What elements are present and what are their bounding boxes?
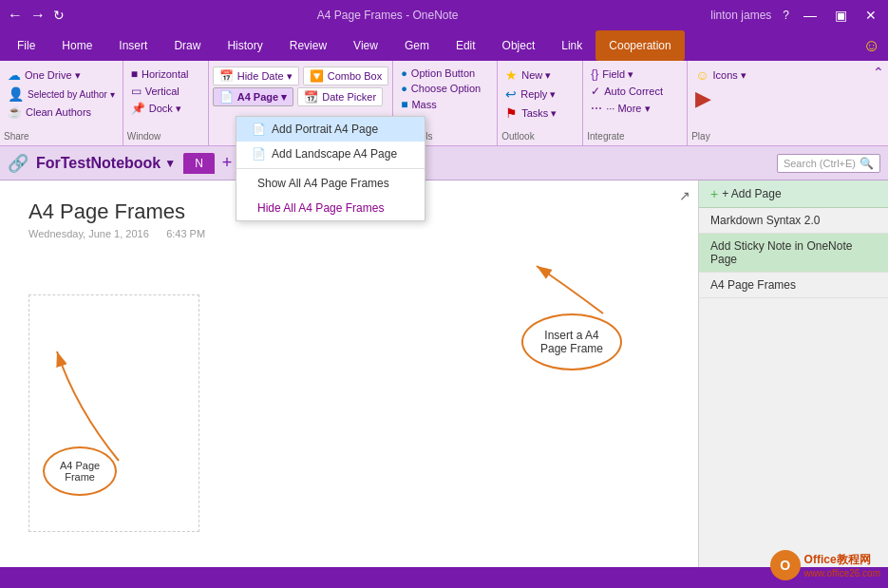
ribbon-window-group: ■ Horizontal ▭ Vertical 📌 Dock ▾ Window xyxy=(123,61,209,145)
hide-date-button[interactable]: 📅 Hide Date ▾ xyxy=(213,66,299,85)
insert-a4-callout: Insert a A4 Page Frame xyxy=(521,313,622,370)
menu-gem[interactable]: Gem xyxy=(391,30,443,61)
menu-object[interactable]: Object xyxy=(489,30,549,61)
calendar-icon: 📅 xyxy=(219,69,234,83)
menu-draw[interactable]: Draw xyxy=(161,30,214,61)
notebook-title[interactable]: ForTestNotebook ▼ xyxy=(36,155,176,172)
show-all-a4-frames-item[interactable]: Show All A4 Page Frames xyxy=(236,171,425,196)
icons-icon: ☺ xyxy=(695,67,709,83)
menubar: File Home Insert Draw History Review Vie… xyxy=(0,30,888,61)
statusbar: O Office教程网 www.office26.com xyxy=(0,567,888,588)
watermark-icon: O xyxy=(770,550,801,580)
titlebar-left: ← → ↻ xyxy=(8,7,65,24)
hide-all-a4-frames-item[interactable]: Hide All A4 Page Frames xyxy=(236,196,425,220)
choose-option-btn[interactable]: ● Choose Option xyxy=(397,82,484,95)
menu-edit[interactable]: Edit xyxy=(443,30,489,61)
page-item-3[interactable]: A4 Page Frames xyxy=(699,273,888,298)
menu-history[interactable]: History xyxy=(214,30,275,61)
undo-icon[interactable]: ↻ xyxy=(53,8,65,23)
help-button[interactable]: ? xyxy=(783,9,789,22)
right-sidebar: + + Add Page Markdown Syntax 2.0 Add Sti… xyxy=(698,180,888,567)
option-button-btn[interactable]: ● Option Button xyxy=(397,66,484,80)
search-box[interactable]: Search (Ctrl+E) 🔍 xyxy=(777,154,880,173)
back-icon[interactable]: ← xyxy=(8,7,23,24)
share-group-label: Share xyxy=(4,131,29,142)
a4page-button[interactable]: 📄 A4 Page ▾ xyxy=(213,87,293,106)
powerpoint-button[interactable]: ▶ xyxy=(691,85,750,112)
user-icon: 👤 xyxy=(8,86,24,102)
page-item-1[interactable]: Markdown Syntax 2.0 xyxy=(699,208,888,234)
close-button[interactable]: ✕ xyxy=(861,6,880,25)
more-icon: ⋯ xyxy=(591,102,602,115)
option-icon: ● xyxy=(401,67,407,79)
watermark: O Office教程网 www.office26.com xyxy=(770,550,880,580)
titlebar-right: linton james ? — ▣ ✕ xyxy=(710,6,880,25)
add-portrait-a4-item[interactable]: 📄 Add Portrait A4 Page xyxy=(236,117,425,142)
ribbon-outlook-group: ★ New ▾ ↩ Reply ▾ ⚑ Tasks ▾ Outlook xyxy=(498,61,583,145)
vertical-icon: ▭ xyxy=(131,85,142,98)
horizontal-button[interactable]: ■ Horizontal xyxy=(127,66,193,82)
menu-file[interactable]: File xyxy=(4,30,48,61)
forward-icon[interactable]: → xyxy=(30,7,46,24)
page-date: Wednesday, June 1, 2016 6:43 PM xyxy=(28,228,670,239)
user-name: linton james xyxy=(710,9,771,22)
menu-review[interactable]: Review xyxy=(276,30,340,61)
autocorrect-icon: ✓ xyxy=(591,85,600,98)
play-group-label: Play xyxy=(691,131,709,142)
reply-button[interactable]: ↩ Reply ▾ xyxy=(501,85,560,103)
menu-home[interactable]: Home xyxy=(48,30,105,61)
add-icon: + xyxy=(710,186,718,201)
new-icon: ★ xyxy=(505,67,518,83)
add-landscape-a4-item[interactable]: 📄 Add Landscape A4 Page xyxy=(236,142,425,166)
titlebar: ← → ↻ A4 Page Frames - OneNote linton ja… xyxy=(0,0,888,30)
dropdown-divider xyxy=(236,168,425,169)
clean-authors-button[interactable]: ☕ Clean Authors xyxy=(4,104,119,120)
restore-button[interactable]: ▣ xyxy=(831,6,850,25)
window-group-label: Window xyxy=(127,131,161,142)
combo-box-button[interactable]: 🔽 Combo Box xyxy=(303,66,388,85)
a4-page-frame-callout: A4 Page Frame xyxy=(43,446,117,496)
page-item-2[interactable]: Add Sticky Note in OneNote Page xyxy=(699,234,888,273)
page-content: A4 Page Frames Wednesday, June 1, 2016 6… xyxy=(0,180,698,567)
ribbon-integrate-group: {} Field ▾ ✓ Auto Correct ⋯ ··· More ▾ I… xyxy=(583,61,688,145)
onenote-icon: 🔗 xyxy=(8,153,28,174)
minimize-button[interactable]: — xyxy=(801,6,820,25)
new-button[interactable]: ★ New ▾ xyxy=(501,66,560,84)
add-page-button[interactable]: + + Add Page xyxy=(699,180,888,208)
one-drive-button[interactable]: ☁ One Drive ▾ xyxy=(4,66,119,84)
selected-by-author-button[interactable]: 👤 Selected by Author ▾ xyxy=(4,85,119,103)
collapse-ribbon-button[interactable]: ⌃ xyxy=(869,61,888,145)
mass-button[interactable]: ■ Mass xyxy=(397,97,484,112)
tasks-icon: ⚑ xyxy=(505,105,518,121)
field-icon: {} xyxy=(591,67,598,81)
watermark-text: Office教程网 www.office26.com xyxy=(804,552,880,579)
add-section-button[interactable]: + xyxy=(222,153,233,173)
combobox-icon: 🔽 xyxy=(310,69,324,83)
menu-link[interactable]: Link xyxy=(548,30,595,61)
integrate-group-label: Integrate xyxy=(587,131,624,142)
more-button[interactable]: ⋯ ··· More ▾ xyxy=(587,101,667,116)
ribbon-share-group: ☁ One Drive ▾ 👤 Selected by Author ▾ ☕ C… xyxy=(0,61,123,145)
expand-button[interactable]: ↗ xyxy=(679,188,690,203)
vertical-button[interactable]: ▭ Vertical xyxy=(127,84,193,99)
notebook-tab[interactable]: N xyxy=(183,153,215,174)
ribbon: ☁ One Drive ▾ 👤 Selected by Author ▾ ☕ C… xyxy=(0,61,888,146)
outlook-group-label: Outlook xyxy=(501,131,534,142)
field-button[interactable]: {} Field ▾ xyxy=(587,66,667,82)
search-placeholder: Search (Ctrl+E) xyxy=(784,158,856,169)
a4page-icon: 📄 xyxy=(219,90,234,104)
datepicker-icon: 📆 xyxy=(304,90,318,104)
reply-icon: ↩ xyxy=(505,86,517,102)
powerpoint-icon: ▶ xyxy=(695,86,711,111)
notebook-dropdown-icon: ▼ xyxy=(164,157,176,170)
mass-icon: ■ xyxy=(401,98,407,111)
date-picker-button[interactable]: 📆 Date Picker xyxy=(297,87,383,106)
menu-view[interactable]: View xyxy=(340,30,391,61)
tasks-button[interactable]: ⚑ Tasks ▾ xyxy=(501,104,560,122)
menu-insert[interactable]: Insert xyxy=(105,30,161,61)
menu-cooperation[interactable]: Cooperation xyxy=(595,30,684,61)
autocorrect-button[interactable]: ✓ Auto Correct xyxy=(587,84,667,99)
icons-button[interactable]: ☺ Icons ▾ xyxy=(691,66,750,84)
a4page-dropdown: 📄 Add Portrait A4 Page 📄 Add Landscape A… xyxy=(236,116,425,221)
dock-button[interactable]: 📌 Dock ▾ xyxy=(127,101,193,116)
